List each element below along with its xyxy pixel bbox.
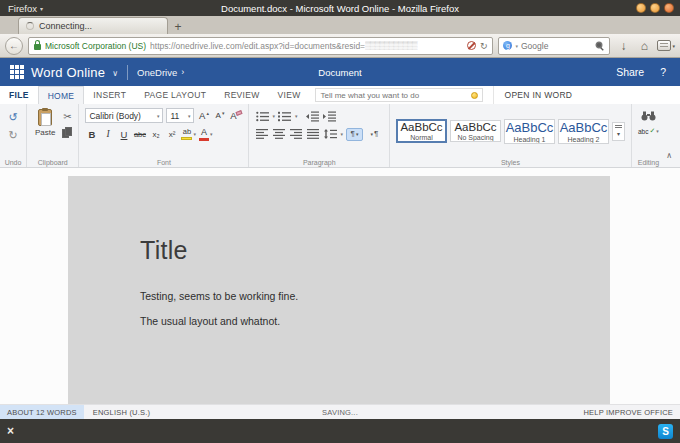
home-icon[interactable]: ⌂	[636, 39, 652, 53]
tab-home[interactable]: HOME	[38, 86, 85, 104]
document-paragraph[interactable]: The usual layout and whatnot.	[140, 315, 610, 327]
grow-font-button[interactable]: A ▴	[197, 109, 210, 123]
style-no-spacing[interactable]: AaBbCc No Spacing	[450, 120, 501, 142]
language-button[interactable]: ENGLISH (U.S.)	[84, 408, 159, 417]
font-name-value: Calibri (Body)	[89, 111, 141, 121]
redo-icon[interactable]: ↻	[6, 128, 20, 142]
new-tab-button[interactable]: +	[168, 19, 188, 34]
highlight-button[interactable]: ab ▾	[181, 127, 196, 141]
skype-addon-icon[interactable]: S	[658, 424, 673, 439]
back-button[interactable]: ←	[5, 37, 23, 55]
app-switcher-caret-icon[interactable]: ∨	[112, 69, 118, 78]
copy-icon[interactable]	[62, 127, 72, 138]
font-name-select[interactable]: Calibri (Body) ▾	[85, 108, 163, 123]
cut-icon[interactable]: ✂	[63, 112, 71, 122]
site-identity-label[interactable]: Microsoft Corporation (US)	[45, 41, 146, 51]
breadcrumb[interactable]: OneDrive ›	[137, 67, 184, 78]
tab-page-layout[interactable]: PAGE LAYOUT	[135, 86, 215, 104]
document-paragraph[interactable]: Testing, seems to be working fine.	[140, 290, 610, 302]
style-preview: AaBbCc	[506, 120, 554, 135]
tab-view[interactable]: VIEW	[269, 86, 310, 104]
window-close-button[interactable]	[664, 3, 674, 13]
group-label-styles: Styles	[390, 159, 631, 166]
strikethrough-button[interactable]: abc	[133, 127, 146, 141]
document-canvas: Title Testing, seems to be working fine.…	[0, 168, 680, 404]
search-icon[interactable]	[595, 41, 605, 51]
numbered-list-button[interactable]	[278, 109, 292, 123]
word-count-button[interactable]: ABOUT 12 WORDS	[0, 405, 84, 419]
style-normal[interactable]: AaBbCc Normal	[396, 119, 447, 143]
italic-button[interactable]: I	[101, 127, 114, 141]
blocked-content-icon[interactable]	[467, 41, 476, 50]
open-in-word-button[interactable]: OPEN IN WORD	[493, 86, 582, 104]
paste-button[interactable]: Paste	[33, 108, 57, 138]
tab-insert[interactable]: INSERT	[84, 86, 135, 104]
style-heading-1[interactable]: AaBbCc Heading 1	[504, 119, 555, 144]
window-title: Document.docx - Microsoft Word Online - …	[0, 3, 680, 14]
font-size-value: 11	[170, 111, 179, 121]
font-color-button[interactable]: A ▾	[199, 127, 213, 141]
window-controls	[636, 3, 680, 13]
pilcrow-icon: ¶	[351, 130, 355, 138]
chevron-down-icon[interactable]: ▾	[272, 113, 275, 119]
browser-tab[interactable]: Connecting...	[18, 17, 168, 34]
app-grid-icon[interactable]	[10, 65, 24, 79]
chevron-right-icon: ›	[181, 67, 184, 77]
shrink-font-button[interactable]: A ▾	[213, 109, 226, 123]
decrease-indent-button[interactable]	[306, 109, 320, 123]
ltr-direction-button[interactable]: ¶ ▾	[346, 128, 363, 141]
url-bar[interactable]: Microsoft Corporation (US) https://onedr…	[28, 37, 493, 55]
undo-icon[interactable]: ↺	[6, 110, 20, 124]
decrease-indent-icon	[306, 111, 319, 122]
underline-button[interactable]: U	[117, 127, 130, 141]
font-size-select[interactable]: 11 ▾	[166, 108, 194, 123]
window-minimize-button[interactable]	[636, 3, 646, 13]
search-engine-caret-icon[interactable]: ▾	[515, 43, 518, 49]
superscript-button[interactable]: x²	[165, 127, 178, 141]
clear-formatting-button[interactable]: A	[229, 109, 242, 123]
search-bar[interactable]: g ▾	[498, 37, 610, 55]
chevron-down-icon[interactable]: ▾	[340, 131, 343, 137]
find-binoculars-icon[interactable]	[641, 111, 656, 121]
grow-font-icon: A	[199, 110, 205, 121]
chevron-down-icon: ▾	[188, 113, 191, 119]
url-text[interactable]: https://onedrive.live.com/edit.aspx?id=d…	[150, 41, 463, 51]
share-button[interactable]: Share	[616, 66, 644, 78]
align-left-button[interactable]	[255, 127, 269, 141]
tab-review[interactable]: REVIEW	[215, 86, 268, 104]
align-center-button[interactable]	[272, 127, 286, 141]
close-addon-bar-icon[interactable]: ×	[7, 425, 14, 437]
caret-icon: ▾	[356, 131, 359, 137]
tell-me-box[interactable]	[315, 88, 483, 102]
rtl-direction-button[interactable]: ▾ ¶	[366, 128, 383, 141]
firefox-menu-button[interactable]: Firefox ▾	[0, 0, 51, 16]
tell-me-input[interactable]	[320, 91, 467, 100]
chevron-down-icon[interactable]: ▾	[295, 113, 298, 119]
bullet-list-button[interactable]	[255, 109, 269, 123]
ribbon-group-editing: abc ✓ ▾ Editing	[632, 104, 665, 167]
window-maximize-button[interactable]	[650, 3, 660, 13]
help-button[interactable]: ?	[660, 66, 666, 78]
styles-gallery-more-button[interactable]: ▾	[612, 122, 625, 141]
search-input[interactable]	[521, 41, 592, 51]
increase-indent-button[interactable]	[323, 109, 337, 123]
style-heading-2[interactable]: AaBbCc Heading 2	[558, 119, 609, 144]
justify-button[interactable]	[306, 127, 320, 141]
bookmarks-panel-button[interactable]: ▾	[657, 40, 675, 51]
document-heading[interactable]: Title	[140, 236, 610, 265]
bold-button[interactable]: B	[85, 127, 98, 141]
gallery-lines-icon	[615, 125, 622, 126]
downloads-icon[interactable]: ↓	[615, 39, 631, 53]
help-improve-office-link[interactable]: HELP IMPROVE OFFICE	[583, 408, 680, 417]
search-engine-icon[interactable]: g	[503, 41, 512, 50]
back-icon: ←	[9, 40, 19, 51]
document-page[interactable]: Title Testing, seems to be working fine.…	[68, 176, 610, 404]
firefox-menu-label: Firefox	[8, 3, 37, 14]
tab-file[interactable]: FILE	[0, 86, 38, 104]
align-right-button[interactable]	[289, 127, 303, 141]
line-spacing-button[interactable]	[323, 127, 337, 141]
spelling-button[interactable]: abc ✓ ▾	[638, 127, 659, 135]
reload-icon[interactable]: ↻	[480, 41, 488, 51]
collapse-ribbon-button[interactable]: ∧	[666, 151, 672, 160]
subscript-button[interactable]: x₂	[149, 127, 162, 141]
